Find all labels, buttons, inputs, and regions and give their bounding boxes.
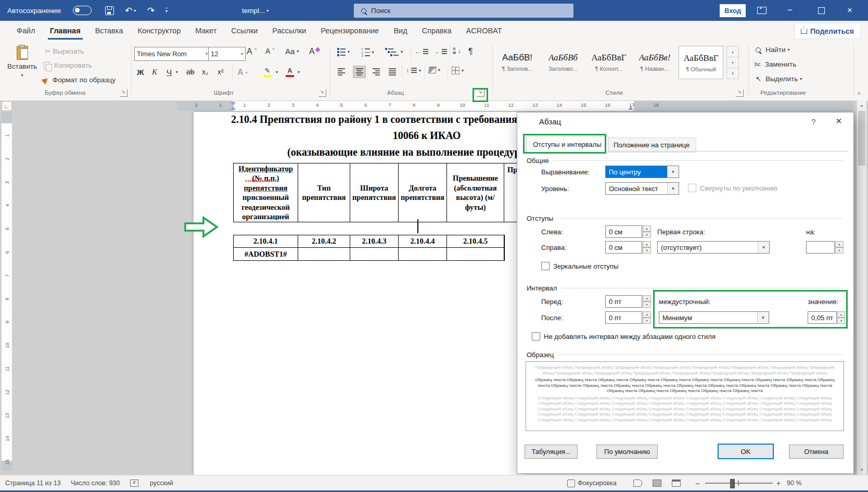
- tab-mailings[interactable]: Рассылки: [265, 21, 313, 41]
- mirror-indents-checkbox[interactable]: Зеркальные отступы: [541, 262, 618, 270]
- chevron-down-icon[interactable]: ▼: [667, 183, 679, 194]
- set-default-button[interactable]: По умолчанию: [596, 445, 658, 459]
- undo-icon[interactable]: ↶▾: [125, 0, 136, 21]
- redo-icon[interactable]: ↷: [147, 0, 155, 21]
- table-header-cell[interactable]: Широта препятствия: [350, 163, 399, 222]
- tab-file[interactable]: Файл: [9, 21, 43, 41]
- format-painter-button[interactable]: Формат по образцу: [43, 76, 116, 84]
- alignment-combo[interactable]: По центру▼: [605, 166, 679, 178]
- tab-design[interactable]: Конструктор: [131, 21, 188, 41]
- clear-formatting-button[interactable]: A: [309, 47, 320, 56]
- align-right-button[interactable]: [371, 67, 381, 77]
- language-indicator[interactable]: русский: [150, 475, 173, 491]
- table-cell[interactable]: [350, 248, 399, 260]
- decrease-indent-button[interactable]: ←: [415, 48, 428, 55]
- document-scrollbar[interactable]: ▴ ▾: [857, 100, 866, 475]
- first-line-combo[interactable]: (отсутствует)▼: [657, 241, 770, 254]
- scroll-down-icon[interactable]: ▾: [857, 465, 866, 474]
- cancel-button[interactable]: Отмена: [789, 445, 844, 459]
- change-case-button[interactable]: Aa▾: [285, 47, 299, 56]
- zoom-out-icon[interactable]: −: [695, 475, 700, 491]
- tab-insert[interactable]: Вставка: [88, 21, 131, 41]
- justify-button[interactable]: [387, 67, 398, 77]
- chevron-down-icon[interactable]: ▼: [758, 242, 769, 253]
- autosave-toggle[interactable]: [73, 0, 92, 21]
- grow-font-button[interactable]: A˄: [247, 47, 257, 56]
- indent-left-spinner[interactable]: 0 см▲▼: [605, 225, 651, 238]
- style-card-normal[interactable]: АаБбВвГ¶ Обычный: [679, 46, 723, 79]
- align-left-button[interactable]: [336, 67, 347, 77]
- table-cell[interactable]: 2.10.4.3: [350, 235, 399, 247]
- style-card-heading2[interactable]: АаБбВбЗаголово...: [541, 46, 585, 78]
- font-color-caret-icon[interactable]: ▾: [298, 70, 300, 74]
- numbering-button[interactable]: 123▾: [361, 48, 374, 57]
- close-button[interactable]: ×: [847, 0, 852, 21]
- first-line-by-spinner[interactable]: ▲▼: [806, 241, 844, 254]
- quick-access-caret-icon[interactable]: ▾: [165, 0, 168, 21]
- tab-line-page-breaks[interactable]: Положение на странице: [607, 137, 696, 153]
- collapse-ribbon-icon[interactable]: ˄: [858, 91, 861, 96]
- font-size-combo[interactable]: 12▾: [208, 47, 246, 61]
- indent-right-spinner[interactable]: 0 см▲▼: [605, 241, 651, 254]
- table-cell[interactable]: #ADOBST1#: [234, 248, 298, 260]
- font-dialog-launcher-icon[interactable]: [318, 89, 326, 97]
- underline-button[interactable]: Ч: [167, 68, 172, 77]
- ribbon-display-options-icon[interactable]: [757, 0, 767, 21]
- zoom-level[interactable]: 90 %: [787, 475, 802, 491]
- table-header-cell[interactable]: Долгота препятствия: [399, 163, 447, 222]
- table-cell[interactable]: 2.10.4.1: [234, 235, 298, 247]
- search-input[interactable]: Поиск: [354, 4, 573, 18]
- styles-dialog-launcher-icon[interactable]: [736, 89, 744, 97]
- find-button[interactable]: Найти▾: [756, 46, 790, 54]
- tab-help[interactable]: Справка: [415, 21, 459, 41]
- hanging-indent-marker[interactable]: [231, 106, 236, 110]
- styles-scroll-down-icon[interactable]: ▾: [726, 57, 739, 68]
- ok-button[interactable]: OK: [718, 444, 774, 459]
- table-cell[interactable]: 2.10.4.2: [298, 235, 350, 247]
- maximize-button[interactable]: [818, 0, 825, 21]
- table-header-cell[interactable]: Идентификатор (№ п.п.) препятствия присв…: [234, 163, 298, 222]
- first-line-indent-marker[interactable]: [231, 102, 236, 106]
- style-card-heading1[interactable]: АаБбВ!¶ Заголов...: [495, 46, 539, 78]
- save-icon[interactable]: [105, 0, 114, 21]
- superscript-button[interactable]: x²: [218, 68, 224, 76]
- copy-button[interactable]: Копировать: [44, 61, 92, 69]
- highlight-caret-icon[interactable]: ▾: [276, 70, 278, 74]
- share-button[interactable]: Поделиться: [794, 23, 861, 39]
- obstacle-header-table[interactable]: Идентификатор (№ п.п.) препятствия присв…: [233, 163, 541, 222]
- align-center-button[interactable]: [353, 66, 366, 78]
- style-card-header[interactable]: АаБбВвГ¶ Колонт...: [587, 46, 631, 78]
- borders-button[interactable]: ▾: [452, 67, 464, 74]
- proofing-icon[interactable]: ✗: [130, 475, 138, 491]
- tab-view[interactable]: Вид: [386, 21, 414, 41]
- shrink-font-button[interactable]: A˅: [265, 47, 275, 55]
- read-mode-icon[interactable]: [633, 475, 642, 491]
- text-effects-button[interactable]: A▾: [237, 68, 248, 77]
- dialog-close-icon[interactable]: ×: [836, 115, 842, 127]
- tab-references[interactable]: Ссылки: [224, 21, 265, 41]
- zoom-slider-thumb[interactable]: [730, 479, 735, 488]
- highlight-color-button[interactable]: ✎: [263, 67, 272, 77]
- doc-title-line1[interactable]: 2.10.4 Препятствия по району 1 в соответ…: [231, 113, 530, 125]
- strikethrough-button[interactable]: ab: [186, 68, 195, 76]
- minimize-button[interactable]: −: [787, 0, 793, 21]
- tab-stop-selector[interactable]: ∟: [2, 101, 12, 111]
- header-identifier-link[interactable]: Идентификатор (№ п.п.) препятствия: [235, 164, 297, 193]
- table-header-cell[interactable]: Тип препятствия: [298, 163, 350, 222]
- page-indicator[interactable]: Страница 11 из 13: [5, 475, 61, 491]
- subscript-button[interactable]: x₂: [202, 68, 208, 76]
- spacing-after-spinner[interactable]: 0 пт▲▼: [605, 311, 651, 324]
- table-cell[interactable]: [298, 248, 350, 260]
- tab-acrobat[interactable]: ACROBAT: [459, 21, 509, 41]
- table-cell[interactable]: [399, 248, 447, 260]
- print-layout-icon[interactable]: [653, 475, 661, 491]
- sort-button[interactable]: АЯ↓: [453, 47, 461, 55]
- zoom-slider[interactable]: [705, 475, 773, 491]
- table-header-cell[interactable]: Превышение (абсолютная высота) (м/футы): [447, 163, 504, 222]
- tab-review[interactable]: Рецензирование: [313, 21, 386, 41]
- cut-button[interactable]: ✂Вырезать: [45, 47, 84, 55]
- web-layout-icon[interactable]: [672, 475, 681, 491]
- tab-home[interactable]: Главная: [43, 21, 88, 41]
- underline-caret-icon[interactable]: ▾: [176, 70, 178, 74]
- table-cell[interactable]: [447, 248, 504, 260]
